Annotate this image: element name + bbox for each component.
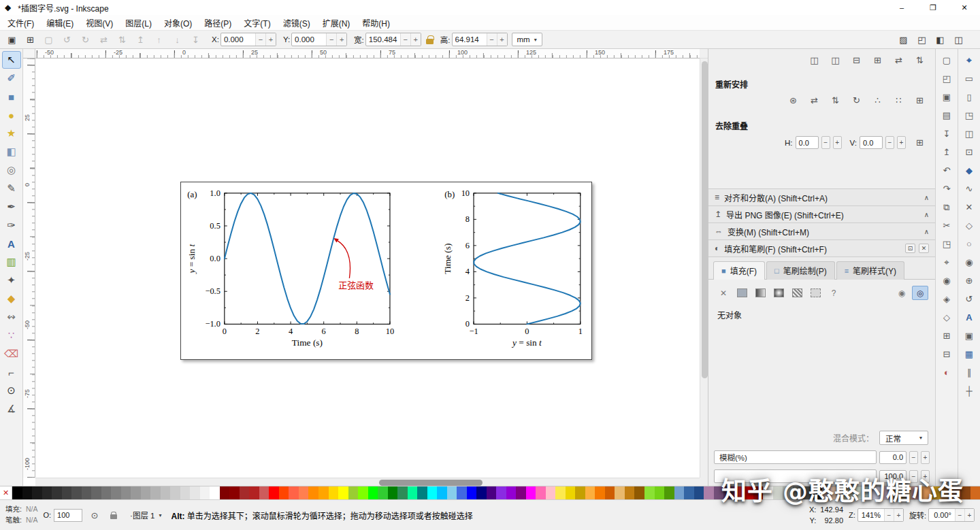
panel-header-fill-stroke[interactable]: ◐ 填充和笔刷(F) (Shift+Ctrl+F) ⊡ ✕ (708, 239, 935, 256)
linear-gradient-button[interactable] (752, 286, 768, 300)
layer-selector[interactable]: ·图层 1 ▾ (126, 508, 165, 522)
arrange-as-graph-button[interactable]: ⊛ (785, 93, 802, 107)
exchange-stacking-order-button[interactable]: ⇅ (827, 93, 844, 107)
canvas[interactable]: 02468101.00.50.0−0.5−1.0Time (s)y = sin … (35, 59, 700, 478)
ungroup-objects-icon[interactable]: ⊟ (938, 346, 956, 362)
palette-swatch-63[interactable] (634, 486, 644, 499)
rotation-field[interactable]: 0.00° − + (928, 508, 975, 522)
palette-swatch-16[interactable] (170, 486, 180, 499)
horizontal-scrollbar-thumb[interactable] (379, 480, 483, 486)
rotate-90-ccw-icon[interactable]: ↺ (59, 32, 76, 48)
palette-swatch-44[interactable] (447, 486, 457, 499)
undo-icon[interactable]: ↶ (938, 163, 956, 178)
pencil-tool[interactable]: ✎ (2, 180, 21, 197)
y-input[interactable] (292, 33, 326, 46)
blend-mode-dropdown[interactable]: 正常 ▾ (879, 431, 928, 445)
group-objects-icon[interactable]: ⊞ (938, 328, 956, 344)
palette-swatch-25[interactable] (259, 486, 270, 499)
ellipse-tool[interactable]: ● (2, 106, 21, 124)
palette-swatch-65[interactable] (655, 486, 665, 499)
rectangle-tool[interactable]: ■ (2, 88, 21, 105)
panel-close-button[interactable]: ✕ (919, 244, 929, 253)
palette-swatch-17[interactable] (180, 486, 191, 499)
palette-swatch-43[interactable] (437, 486, 447, 499)
height-decrement-button[interactable]: − (487, 33, 497, 46)
new-document-icon[interactable]: ▢ (938, 52, 956, 68)
height-field[interactable]: −+ (452, 33, 508, 46)
snap-grids-icon[interactable]: ▦ (961, 346, 978, 362)
rotate-90-cw-icon[interactable]: ↻ (77, 32, 94, 48)
raise-icon[interactable]: ↑ (150, 32, 167, 48)
height-input[interactable] (453, 33, 487, 46)
snap-bounding-boxes-icon[interactable]: ▭ (961, 71, 978, 86)
star-tool[interactable]: ★ (2, 125, 21, 142)
palette-swatch-33[interactable] (338, 486, 348, 499)
tweak-tool[interactable]: ↭ (2, 308, 21, 326)
palette-swatch-6[interactable] (71, 486, 82, 499)
rotation-increment[interactable]: + (964, 509, 974, 521)
palette-swatch-70[interactable] (704, 486, 714, 499)
palette-swatch-22[interactable] (229, 486, 240, 499)
fill-indicator-value[interactable]: N/A (26, 504, 38, 515)
v-gap-decrement[interactable]: − (885, 136, 894, 149)
palette-swatch-0[interactable] (12, 486, 22, 499)
blur-value-field[interactable]: 0.0 (879, 451, 906, 464)
affect-move-patterns-icon[interactable]: ▨ (895, 32, 912, 48)
stroke-indicator-value[interactable]: N/A (26, 515, 38, 526)
palette-swatch-54[interactable] (546, 486, 556, 499)
width-field[interactable]: −+ (365, 33, 421, 46)
palette-swatch-48[interactable] (487, 486, 497, 499)
deselect-icon[interactable]: ▢ (40, 32, 57, 48)
exchange-selection-order-button[interactable]: ⇄ (806, 93, 823, 107)
zoom-increment[interactable]: + (894, 509, 903, 521)
copy-icon[interactable]: ⧉ (938, 199, 956, 215)
palette-swatch-14[interactable] (150, 486, 161, 499)
tab-stroke-style[interactable]: ≡笔刷样式(Y) (836, 261, 904, 280)
no-paint-button[interactable]: ✕ (715, 286, 732, 300)
palette-swatch-36[interactable] (368, 486, 378, 499)
text-tool[interactable]: A (2, 235, 21, 252)
measure-tool[interactable]: ∡ (2, 400, 21, 418)
v-gap-field[interactable]: 0.0 (860, 136, 883, 149)
horizontal-scrollbar[interactable] (35, 478, 700, 486)
menu-item-help[interactable]: 帮助(H) (356, 16, 396, 30)
palette-swatch-62[interactable] (625, 486, 635, 499)
distribute-centers-vertically-button[interactable]: ⇄ (890, 53, 907, 67)
layer-visibility-icon[interactable]: ⊙ (88, 508, 101, 522)
open-fill-stroke-icon[interactable]: ◐ (938, 365, 956, 380)
width-increment-button[interactable]: + (410, 33, 421, 46)
snap-bbox-edges-icon[interactable]: ▯ (961, 89, 978, 105)
palette-swatch-11[interactable] (121, 486, 131, 499)
palette-swatch-58[interactable] (585, 486, 595, 499)
affect-gradients-icon[interactable]: ◧ (932, 32, 949, 48)
palette-swatch-7[interactable] (82, 486, 92, 499)
vertical-scrollbar[interactable] (700, 59, 708, 478)
palette-swatch-1[interactable] (22, 486, 33, 499)
y-field[interactable]: −+ (291, 33, 347, 46)
palette-swatch-4[interactable] (52, 486, 62, 499)
collapse-chevron-icon[interactable]: ∧ (924, 228, 929, 235)
zoom-tool[interactable]: ⊙ (2, 382, 21, 399)
box-3d-tool[interactable]: ◧ (2, 143, 21, 161)
rearrange-remove-overlaps-button[interactable]: ⊞ (911, 93, 928, 107)
palette-swatch-67[interactable] (674, 486, 685, 499)
paint-bucket-tool[interactable]: ◆ (2, 290, 21, 308)
palette-swatch-21[interactable] (220, 486, 230, 499)
eraser-tool[interactable]: ⌫ (2, 345, 21, 363)
palette-swatch-66[interactable] (664, 486, 674, 499)
snap-cusp-nodes-icon[interactable]: ◇ (961, 218, 978, 233)
menu-item-file[interactable]: 文件(F) (1, 16, 40, 30)
create-clone-icon[interactable]: ◇ (938, 310, 956, 325)
palette-swatch-47[interactable] (476, 486, 487, 499)
close-button[interactable]: ✕ (949, 0, 980, 15)
tab-fill[interactable]: ■填充(F) (713, 261, 765, 280)
flip-horizontal-icon[interactable]: ⇄ (95, 32, 112, 48)
panel-header-align-distribute[interactable]: ≡ 对齐和分散(A) (Shift+Ctrl+A) ∧ (708, 188, 935, 205)
snap-nodes-icon[interactable]: ◆ (961, 163, 978, 178)
palette-swatch-57[interactable] (575, 486, 585, 499)
panel-float-button[interactable]: ⊡ (905, 244, 915, 253)
selector-tool[interactable]: ↖ (2, 51, 21, 69)
palette-swatch-40[interactable] (408, 486, 418, 499)
object-opacity-field[interactable]: 100 (54, 509, 82, 522)
snap-bbox-corners-icon[interactable]: ◳ (961, 107, 978, 123)
